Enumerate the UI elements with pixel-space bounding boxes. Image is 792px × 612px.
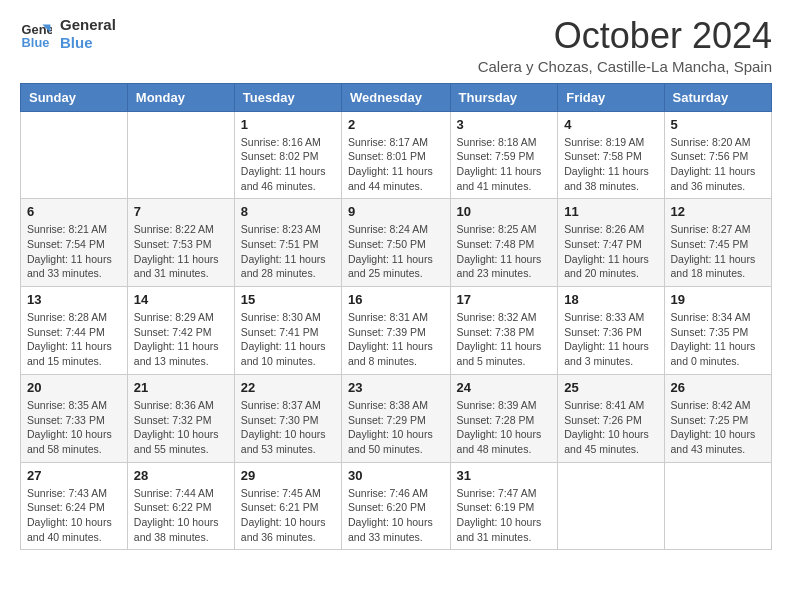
calendar-cell: 12Sunrise: 8:27 AMSunset: 7:45 PMDayligh…	[664, 199, 771, 287]
logo-icon: General Blue	[20, 18, 52, 50]
day-number: 21	[134, 380, 228, 395]
calendar-cell	[664, 462, 771, 550]
calendar-cell: 28Sunrise: 7:44 AMSunset: 6:22 PMDayligh…	[127, 462, 234, 550]
calendar-cell	[558, 462, 664, 550]
day-info: Sunrise: 8:25 AMSunset: 7:48 PMDaylight:…	[457, 222, 552, 281]
day-number: 30	[348, 468, 444, 483]
header: General Blue General Blue October 2024 C…	[20, 16, 772, 75]
calendar-cell	[127, 111, 234, 199]
day-info: Sunrise: 8:28 AMSunset: 7:44 PMDaylight:…	[27, 310, 121, 369]
day-info: Sunrise: 7:44 AMSunset: 6:22 PMDaylight:…	[134, 486, 228, 545]
weekday-header-cell: Friday	[558, 83, 664, 111]
day-info: Sunrise: 8:17 AMSunset: 8:01 PMDaylight:…	[348, 135, 444, 194]
calendar-cell: 25Sunrise: 8:41 AMSunset: 7:26 PMDayligh…	[558, 374, 664, 462]
calendar-cell: 6Sunrise: 8:21 AMSunset: 7:54 PMDaylight…	[21, 199, 128, 287]
calendar-cell: 21Sunrise: 8:36 AMSunset: 7:32 PMDayligh…	[127, 374, 234, 462]
day-info: Sunrise: 8:23 AMSunset: 7:51 PMDaylight:…	[241, 222, 335, 281]
day-info: Sunrise: 7:45 AMSunset: 6:21 PMDaylight:…	[241, 486, 335, 545]
calendar-cell: 16Sunrise: 8:31 AMSunset: 7:39 PMDayligh…	[342, 287, 451, 375]
calendar-cell: 15Sunrise: 8:30 AMSunset: 7:41 PMDayligh…	[234, 287, 341, 375]
calendar-cell: 30Sunrise: 7:46 AMSunset: 6:20 PMDayligh…	[342, 462, 451, 550]
day-number: 22	[241, 380, 335, 395]
calendar-cell: 11Sunrise: 8:26 AMSunset: 7:47 PMDayligh…	[558, 199, 664, 287]
weekday-header-cell: Monday	[127, 83, 234, 111]
calendar-cell: 14Sunrise: 8:29 AMSunset: 7:42 PMDayligh…	[127, 287, 234, 375]
weekday-header-cell: Wednesday	[342, 83, 451, 111]
day-number: 29	[241, 468, 335, 483]
calendar-week-row: 27Sunrise: 7:43 AMSunset: 6:24 PMDayligh…	[21, 462, 772, 550]
day-number: 24	[457, 380, 552, 395]
day-number: 11	[564, 204, 657, 219]
day-info: Sunrise: 7:47 AMSunset: 6:19 PMDaylight:…	[457, 486, 552, 545]
calendar-cell: 20Sunrise: 8:35 AMSunset: 7:33 PMDayligh…	[21, 374, 128, 462]
day-number: 19	[671, 292, 765, 307]
calendar-cell: 7Sunrise: 8:22 AMSunset: 7:53 PMDaylight…	[127, 199, 234, 287]
day-number: 13	[27, 292, 121, 307]
day-info: Sunrise: 7:46 AMSunset: 6:20 PMDaylight:…	[348, 486, 444, 545]
day-info: Sunrise: 8:27 AMSunset: 7:45 PMDaylight:…	[671, 222, 765, 281]
day-info: Sunrise: 8:36 AMSunset: 7:32 PMDaylight:…	[134, 398, 228, 457]
calendar-week-row: 1Sunrise: 8:16 AMSunset: 8:02 PMDaylight…	[21, 111, 772, 199]
calendar-cell: 5Sunrise: 8:20 AMSunset: 7:56 PMDaylight…	[664, 111, 771, 199]
day-number: 4	[564, 117, 657, 132]
day-info: Sunrise: 8:20 AMSunset: 7:56 PMDaylight:…	[671, 135, 765, 194]
day-number: 5	[671, 117, 765, 132]
day-number: 31	[457, 468, 552, 483]
day-number: 15	[241, 292, 335, 307]
day-info: Sunrise: 8:22 AMSunset: 7:53 PMDaylight:…	[134, 222, 228, 281]
weekday-header-cell: Thursday	[450, 83, 558, 111]
day-number: 8	[241, 204, 335, 219]
logo-general: General	[60, 16, 116, 34]
calendar-cell: 19Sunrise: 8:34 AMSunset: 7:35 PMDayligh…	[664, 287, 771, 375]
calendar-cell: 18Sunrise: 8:33 AMSunset: 7:36 PMDayligh…	[558, 287, 664, 375]
calendar-body: 1Sunrise: 8:16 AMSunset: 8:02 PMDaylight…	[21, 111, 772, 550]
calendar-cell: 10Sunrise: 8:25 AMSunset: 7:48 PMDayligh…	[450, 199, 558, 287]
day-info: Sunrise: 8:16 AMSunset: 8:02 PMDaylight:…	[241, 135, 335, 194]
day-number: 2	[348, 117, 444, 132]
calendar-cell: 26Sunrise: 8:42 AMSunset: 7:25 PMDayligh…	[664, 374, 771, 462]
day-info: Sunrise: 8:38 AMSunset: 7:29 PMDaylight:…	[348, 398, 444, 457]
calendar-cell: 3Sunrise: 8:18 AMSunset: 7:59 PMDaylight…	[450, 111, 558, 199]
day-number: 28	[134, 468, 228, 483]
day-info: Sunrise: 8:33 AMSunset: 7:36 PMDaylight:…	[564, 310, 657, 369]
title-area: October 2024 Calera y Chozas, Castille-L…	[478, 16, 772, 75]
calendar-cell: 29Sunrise: 7:45 AMSunset: 6:21 PMDayligh…	[234, 462, 341, 550]
day-number: 7	[134, 204, 228, 219]
calendar-cell: 22Sunrise: 8:37 AMSunset: 7:30 PMDayligh…	[234, 374, 341, 462]
calendar-cell: 1Sunrise: 8:16 AMSunset: 8:02 PMDaylight…	[234, 111, 341, 199]
day-info: Sunrise: 8:19 AMSunset: 7:58 PMDaylight:…	[564, 135, 657, 194]
day-number: 25	[564, 380, 657, 395]
day-number: 9	[348, 204, 444, 219]
weekday-header-cell: Tuesday	[234, 83, 341, 111]
calendar-cell: 17Sunrise: 8:32 AMSunset: 7:38 PMDayligh…	[450, 287, 558, 375]
calendar-week-row: 13Sunrise: 8:28 AMSunset: 7:44 PMDayligh…	[21, 287, 772, 375]
weekday-header-cell: Sunday	[21, 83, 128, 111]
day-number: 16	[348, 292, 444, 307]
day-number: 3	[457, 117, 552, 132]
day-info: Sunrise: 8:42 AMSunset: 7:25 PMDaylight:…	[671, 398, 765, 457]
day-info: Sunrise: 8:18 AMSunset: 7:59 PMDaylight:…	[457, 135, 552, 194]
calendar-week-row: 6Sunrise: 8:21 AMSunset: 7:54 PMDaylight…	[21, 199, 772, 287]
day-info: Sunrise: 8:37 AMSunset: 7:30 PMDaylight:…	[241, 398, 335, 457]
calendar-cell: 4Sunrise: 8:19 AMSunset: 7:58 PMDaylight…	[558, 111, 664, 199]
calendar-cell	[21, 111, 128, 199]
calendar-table: SundayMondayTuesdayWednesdayThursdayFrid…	[20, 83, 772, 551]
day-number: 1	[241, 117, 335, 132]
calendar-cell: 24Sunrise: 8:39 AMSunset: 7:28 PMDayligh…	[450, 374, 558, 462]
calendar-cell: 9Sunrise: 8:24 AMSunset: 7:50 PMDaylight…	[342, 199, 451, 287]
location-subtitle: Calera y Chozas, Castille-La Mancha, Spa…	[478, 58, 772, 75]
calendar-cell: 8Sunrise: 8:23 AMSunset: 7:51 PMDaylight…	[234, 199, 341, 287]
day-info: Sunrise: 8:29 AMSunset: 7:42 PMDaylight:…	[134, 310, 228, 369]
logo-blue: Blue	[60, 34, 116, 52]
day-number: 12	[671, 204, 765, 219]
calendar-cell: 13Sunrise: 8:28 AMSunset: 7:44 PMDayligh…	[21, 287, 128, 375]
day-number: 27	[27, 468, 121, 483]
day-number: 23	[348, 380, 444, 395]
calendar-cell: 27Sunrise: 7:43 AMSunset: 6:24 PMDayligh…	[21, 462, 128, 550]
calendar-cell: 31Sunrise: 7:47 AMSunset: 6:19 PMDayligh…	[450, 462, 558, 550]
calendar-week-row: 20Sunrise: 8:35 AMSunset: 7:33 PMDayligh…	[21, 374, 772, 462]
calendar-cell: 23Sunrise: 8:38 AMSunset: 7:29 PMDayligh…	[342, 374, 451, 462]
day-info: Sunrise: 8:41 AMSunset: 7:26 PMDaylight:…	[564, 398, 657, 457]
day-info: Sunrise: 8:32 AMSunset: 7:38 PMDaylight:…	[457, 310, 552, 369]
day-info: Sunrise: 8:30 AMSunset: 7:41 PMDaylight:…	[241, 310, 335, 369]
